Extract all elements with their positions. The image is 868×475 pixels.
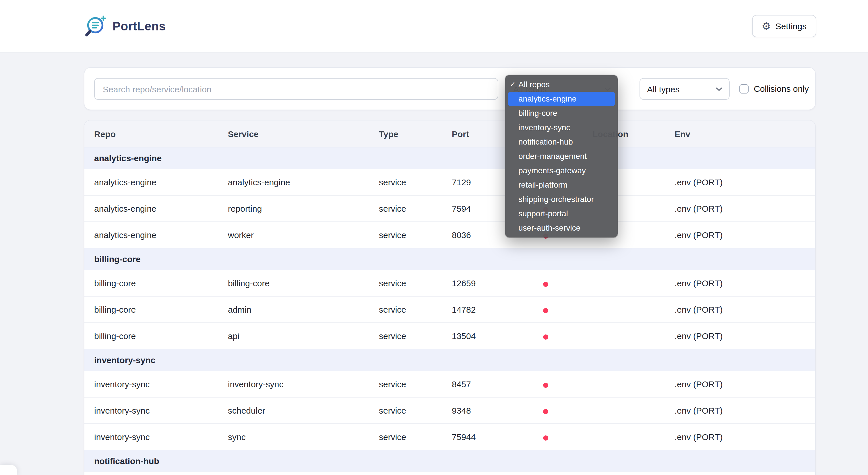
cell-repo: billing-core <box>84 323 218 349</box>
cell-service: analytics-engine <box>218 169 369 195</box>
cell-type: service <box>369 270 442 296</box>
ports-table: Repo Service Type Port Location Env anal… <box>84 121 816 475</box>
cell-env: .env (PORT) <box>665 397 816 423</box>
repo-option-inventory-sync[interactable]: inventory-sync <box>505 121 618 135</box>
cell-port: 9785 <box>442 472 508 475</box>
search-input[interactable] <box>94 78 498 100</box>
table-row: billing-coreadminservice14782.env (PORT) <box>84 296 816 323</box>
app-window: PortLens ⚙ Settings All repos All types … <box>0 0 868 475</box>
collision-dot-icon <box>543 308 548 313</box>
repo-option-user-auth-service[interactable]: user-auth-service <box>505 221 618 235</box>
repo-option-label: inventory-sync <box>518 121 570 135</box>
cell-service: api <box>218 323 369 349</box>
cell-env: .env (PORT) <box>665 472 816 475</box>
gear-icon: ⚙ <box>762 21 771 31</box>
repo-option-label: retail-platform <box>518 178 567 192</box>
cell-service: sync <box>218 423 369 450</box>
cell-type: service <box>369 397 442 423</box>
background-window-corner <box>0 465 17 475</box>
collisions-only-checkbox[interactable] <box>739 84 749 93</box>
column-header-port: Port <box>442 121 508 147</box>
cell-type: service <box>369 296 442 323</box>
cell-env: .env (PORT) <box>665 371 816 397</box>
portlens-logo-icon <box>84 14 108 38</box>
ports-table-card: Repo Service Type Port Location Env anal… <box>84 120 816 475</box>
repo-option-all-repos[interactable]: ✓All repos <box>505 77 618 92</box>
cell-repo: billing-core <box>84 270 218 296</box>
column-header-env: Env <box>665 121 816 147</box>
cell-service: scheduler <box>218 397 369 423</box>
collisions-only-control: Collisions only <box>739 84 809 94</box>
repo-option-support-portal[interactable]: support-portal <box>505 206 618 221</box>
cell-port: 12659 <box>442 270 508 296</box>
cell-repo: notification-hub <box>84 472 218 475</box>
app-logo: PortLens <box>84 13 166 39</box>
table-row: analytics-engineworkerservice8036.env (P… <box>84 222 816 248</box>
cell-repo: billing-core <box>84 296 218 323</box>
cell-env: .env (PORT) <box>665 195 816 222</box>
repo-option-shipping-orchestrator[interactable]: shipping-orchestrator <box>505 192 618 206</box>
group-repo-label: billing-core <box>84 248 816 270</box>
repo-option-notification-hub[interactable]: notification-hub <box>505 135 618 149</box>
cell-type: service <box>369 423 442 450</box>
table-row: billing-corebilling-coreservice12659.env… <box>84 270 816 296</box>
table-group-row: billing-core <box>84 248 816 270</box>
cell-repo: analytics-engine <box>84 169 218 195</box>
table-row: notification-hubnotification-hubservice9… <box>84 472 816 475</box>
cell-location <box>583 397 665 423</box>
cell-type: service <box>369 323 442 349</box>
cell-type: service <box>369 222 442 248</box>
repo-option-retail-platform[interactable]: retail-platform <box>505 178 618 192</box>
collision-dot-icon <box>543 435 548 440</box>
cell-env: .env (PORT) <box>665 270 816 296</box>
group-repo-label: analytics-engine <box>84 147 816 169</box>
group-repo-label: inventory-sync <box>84 349 816 371</box>
repo-option-payments-gateway[interactable]: payments-gateway <box>505 164 618 178</box>
type-select[interactable]: All types <box>640 78 730 100</box>
repo-option-order-management[interactable]: order-management <box>505 149 618 164</box>
repo-option-label: analytics-engine <box>518 92 577 106</box>
cell-collision <box>508 270 583 296</box>
table-row: analytics-enginereportingservice7594.env… <box>84 195 816 222</box>
repo-option-label: user-auth-service <box>518 221 580 235</box>
cell-collision <box>508 371 583 397</box>
cell-repo: inventory-sync <box>84 397 218 423</box>
table-row: inventory-syncschedulerservice9348.env (… <box>84 397 816 423</box>
settings-button-label: Settings <box>776 21 807 31</box>
column-header-type: Type <box>369 121 442 147</box>
cell-location <box>583 472 665 475</box>
table-group-row: analytics-engine <box>84 147 816 169</box>
table-row: inventory-syncsyncservice75944.env (PORT… <box>84 423 816 450</box>
cell-env: .env (PORT) <box>665 423 816 450</box>
repo-option-label: All repos <box>518 77 550 92</box>
cell-repo: analytics-engine <box>84 195 218 222</box>
cell-repo: inventory-sync <box>84 423 218 450</box>
column-header-repo: Repo <box>84 121 218 147</box>
repo-option-billing-core[interactable]: billing-core <box>505 106 618 121</box>
cell-collision <box>508 296 583 323</box>
repo-option-label: notification-hub <box>518 135 573 149</box>
cell-location <box>583 296 665 323</box>
collisions-only-label: Collisions only <box>754 84 809 94</box>
cell-port: 14782 <box>442 296 508 323</box>
cell-port: 13504 <box>442 323 508 349</box>
settings-button[interactable]: ⚙ Settings <box>752 15 816 37</box>
cell-service: notification-hub <box>218 472 369 475</box>
cell-env: .env (PORT) <box>665 296 816 323</box>
collision-dot-icon <box>543 382 548 387</box>
repo-option-analytics-engine[interactable]: analytics-engine <box>508 92 615 106</box>
top-bar: PortLens ⚙ Settings <box>0 0 868 53</box>
cell-env: .env (PORT) <box>665 323 816 349</box>
table-header-row: Repo Service Type Port Location Env <box>84 121 816 147</box>
cell-collision <box>508 472 583 475</box>
cell-service: worker <box>218 222 369 248</box>
repo-option-label: shipping-orchestrator <box>518 192 594 206</box>
repo-option-label: support-portal <box>518 206 568 221</box>
cell-location <box>583 371 665 397</box>
cell-env: .env (PORT) <box>665 169 816 195</box>
type-select-value: All types <box>647 84 679 94</box>
cell-type: service <box>369 195 442 222</box>
column-header-service: Service <box>218 121 369 147</box>
table-group-row: inventory-sync <box>84 349 816 371</box>
cell-env: .env (PORT) <box>665 222 816 248</box>
